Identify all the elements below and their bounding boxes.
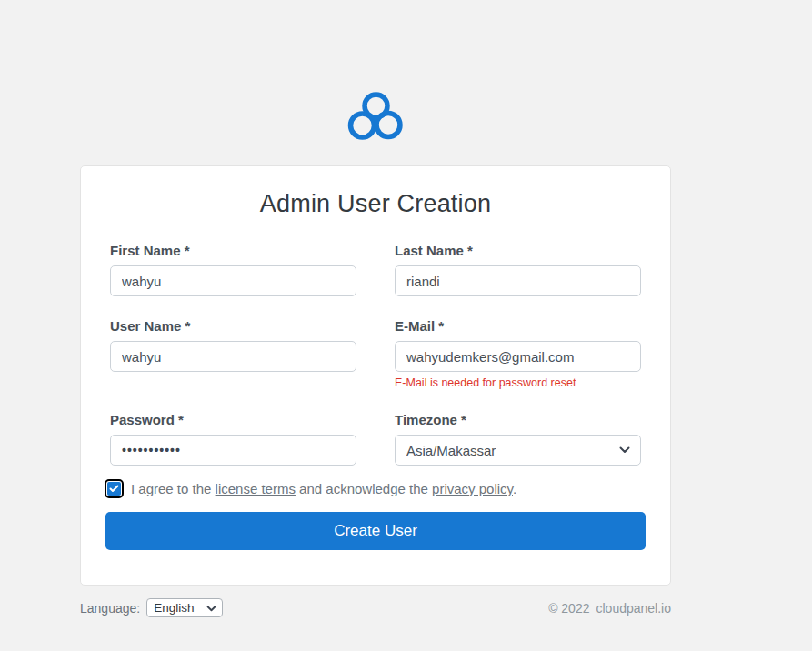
privacy-policy-link[interactable]: privacy policy <box>432 481 513 496</box>
brand-name: cloudpanel.io <box>596 601 671 616</box>
password-input[interactable] <box>110 435 356 466</box>
email-input[interactable] <box>395 341 641 372</box>
license-terms-link[interactable]: license terms <box>216 481 296 496</box>
last-name-input[interactable] <box>395 265 641 296</box>
form-fields: First Name * Last Name * User Name * E-M… <box>105 243 646 466</box>
language-select[interactable]: English <box>146 598 223 617</box>
first-name-group: First Name * <box>110 243 356 296</box>
agreement-suffix: . <box>513 481 516 496</box>
user-name-input[interactable] <box>110 341 356 372</box>
create-user-button[interactable]: Create User <box>105 512 646 550</box>
agreement-middle: and acknowledge the <box>296 481 432 496</box>
email-label: E-Mail * <box>395 318 641 334</box>
agreement-checkbox[interactable] <box>107 482 121 496</box>
user-name-label: User Name * <box>110 318 356 334</box>
agreement-text: I agree to the license terms and acknowl… <box>131 481 516 496</box>
last-name-group: Last Name * <box>395 243 641 296</box>
last-name-label: Last Name * <box>395 243 641 258</box>
copyright-year: © 2022 <box>548 601 589 616</box>
timezone-group: Timezone * Asia/Makassar <box>395 412 641 466</box>
agreement-prefix: I agree to the <box>131 481 216 496</box>
first-name-input[interactable] <box>110 265 356 296</box>
cloudpanel-logo-icon <box>347 130 404 145</box>
page-title: Admin User Creation <box>105 190 646 218</box>
footer: Language: English © 2022cloudpanel.io <box>80 598 671 617</box>
language-label: Language: <box>80 601 140 616</box>
timezone-select[interactable]: Asia/Makassar <box>395 435 641 466</box>
page-container: Admin User Creation First Name * Last Na… <box>80 0 671 617</box>
user-name-group: User Name * <box>110 318 356 389</box>
timezone-label: Timezone * <box>395 412 641 427</box>
password-label: Password * <box>110 412 356 427</box>
email-help-text: E-Mail is needed for password reset <box>395 377 641 389</box>
email-group: E-Mail * E-Mail is needed for password r… <box>395 318 641 389</box>
logo-row <box>80 0 671 143</box>
first-name-label: First Name * <box>110 243 356 258</box>
admin-user-creation-card: Admin User Creation First Name * Last Na… <box>80 165 671 586</box>
password-group: Password * <box>110 412 356 466</box>
agreement-row: I agree to the license terms and acknowl… <box>105 479 646 497</box>
copyright-text: © 2022cloudpanel.io <box>548 601 671 616</box>
